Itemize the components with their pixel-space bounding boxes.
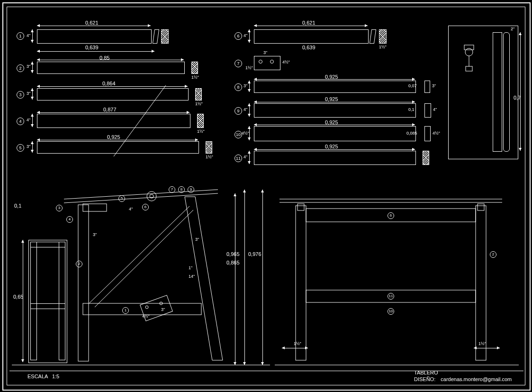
part-marker-4: 4 bbox=[17, 118, 24, 125]
part-7-end: 4½" bbox=[282, 60, 290, 64]
dim-line bbox=[254, 102, 415, 102]
part-5-h: 3" bbox=[27, 144, 30, 149]
part-marker-1: 1 bbox=[17, 32, 24, 40]
part-marker-5: 5 bbox=[17, 144, 24, 152]
part-4-top-dim: 0,877 bbox=[103, 107, 117, 112]
part-11-rect bbox=[254, 151, 416, 165]
dim-line bbox=[32, 29, 33, 43]
part-8-rect bbox=[254, 81, 416, 93]
side-dim4: 4" bbox=[129, 207, 133, 211]
side-dim3: 3" bbox=[161, 307, 165, 312]
part-marker-11: 11 bbox=[234, 155, 242, 162]
part-marker-2: 2 bbox=[17, 64, 24, 72]
dim-line bbox=[37, 112, 189, 113]
end-leg-r bbox=[59, 242, 65, 360]
dim-line bbox=[249, 29, 250, 43]
scale-label-text: ESCALA bbox=[27, 374, 48, 379]
end-h: 0,65 bbox=[13, 294, 23, 300]
part-11-end bbox=[423, 151, 429, 165]
dim-line bbox=[254, 125, 415, 125]
scale-label: ESCALA 1:5 bbox=[27, 374, 59, 379]
dim-line bbox=[235, 193, 235, 365]
part-10-endh: 4½" bbox=[433, 131, 440, 136]
part-9-rect bbox=[254, 103, 416, 118]
part-6-end bbox=[379, 29, 387, 44]
part-9-endh: 4" bbox=[433, 107, 437, 112]
side-dim3a: 3" bbox=[93, 232, 97, 237]
front-ref-6: 6 bbox=[388, 212, 394, 219]
part-5-end bbox=[206, 141, 212, 154]
part-marker-6: 6 bbox=[234, 32, 242, 40]
part-10-section bbox=[424, 126, 431, 141]
part-6-h: 4" bbox=[243, 33, 247, 38]
dim-line bbox=[32, 141, 33, 153]
side-h2: 0,865 bbox=[226, 260, 240, 265]
detail-w: 2" bbox=[511, 27, 514, 31]
side-dim3b: 3" bbox=[195, 237, 199, 242]
side-01: 0,1 bbox=[14, 203, 21, 209]
ref-2: 2 bbox=[76, 261, 82, 267]
part-1-rect bbox=[37, 29, 152, 44]
part-6-end-dim: 1½" bbox=[379, 45, 387, 49]
part-3-end-dim: 1½" bbox=[195, 101, 203, 106]
detail-h: 0,7 bbox=[514, 95, 521, 100]
dim-line bbox=[520, 32, 521, 151]
part-3-end bbox=[195, 88, 202, 100]
part-5-end-dim: 1½" bbox=[206, 155, 213, 159]
dim-line bbox=[254, 149, 415, 150]
hole-icon bbox=[259, 60, 262, 64]
ref-4: 4 bbox=[66, 216, 73, 223]
front-ref-10: 10 bbox=[388, 308, 394, 315]
part-marker-10: 10 bbox=[234, 131, 242, 138]
ref-1: 1 bbox=[122, 307, 129, 314]
part-4-rect bbox=[37, 114, 190, 128]
part-7-h: 1½" bbox=[245, 65, 253, 70]
front-lm: 1½" bbox=[294, 341, 301, 346]
dim-line bbox=[254, 79, 415, 80]
front-ref-2: 2 bbox=[490, 251, 496, 258]
dim-line bbox=[262, 190, 263, 365]
dim-line bbox=[37, 140, 198, 140]
part-8-endh: 3" bbox=[432, 83, 436, 88]
dim-line bbox=[32, 88, 33, 100]
part-1-top-dim: 0,621 bbox=[85, 20, 99, 26]
part-10-h: 4½" bbox=[242, 131, 249, 136]
part-2-end bbox=[191, 62, 198, 74]
part-marker-3: 3 bbox=[17, 91, 24, 99]
scale-value: 1:5 bbox=[52, 374, 59, 379]
part-4-end bbox=[197, 114, 204, 128]
ref-7: 7 bbox=[169, 186, 175, 193]
end-top-rail bbox=[30, 242, 65, 247]
part-5-rect bbox=[37, 141, 199, 154]
side-dim14: 14" bbox=[189, 274, 195, 279]
part-8-h: 3" bbox=[243, 83, 247, 88]
front-ref-11: 11 bbox=[388, 293, 394, 300]
part-9-thick: 0,1 bbox=[408, 107, 415, 112]
ref-6: 6 bbox=[142, 204, 149, 210]
design-value: cardenas.montero@gmail.com bbox=[441, 376, 512, 382]
part-6-rect bbox=[254, 29, 369, 44]
drawing-title: TABLERO bbox=[414, 370, 438, 375]
dim-line bbox=[37, 51, 154, 52]
dim-line bbox=[282, 348, 308, 348]
dim-line bbox=[23, 240, 23, 362]
side-dim45: 4½" bbox=[142, 314, 150, 319]
part-2-rect bbox=[37, 62, 185, 74]
part-10-rect bbox=[254, 126, 416, 141]
end-mid-rail bbox=[30, 303, 65, 309]
detail-rail-1 bbox=[493, 32, 502, 152]
part-9-section bbox=[424, 103, 431, 118]
part-1-h: 4" bbox=[27, 33, 30, 38]
part-1-bot-dim: 0,639 bbox=[85, 45, 99, 50]
part-4-bot-dim: 0,925 bbox=[107, 134, 120, 140]
part-3-rect bbox=[37, 88, 189, 100]
end-leg-l bbox=[30, 242, 37, 360]
ref-5: 5 bbox=[118, 195, 125, 202]
detail-rail-2 bbox=[503, 32, 510, 152]
side-h1: 0,965 bbox=[226, 251, 240, 257]
part-7-w: 3" bbox=[263, 50, 267, 55]
ref-8: 8 bbox=[178, 186, 185, 193]
dim-line bbox=[37, 60, 184, 60]
dim-line bbox=[249, 81, 250, 92]
dim-line bbox=[249, 126, 250, 140]
